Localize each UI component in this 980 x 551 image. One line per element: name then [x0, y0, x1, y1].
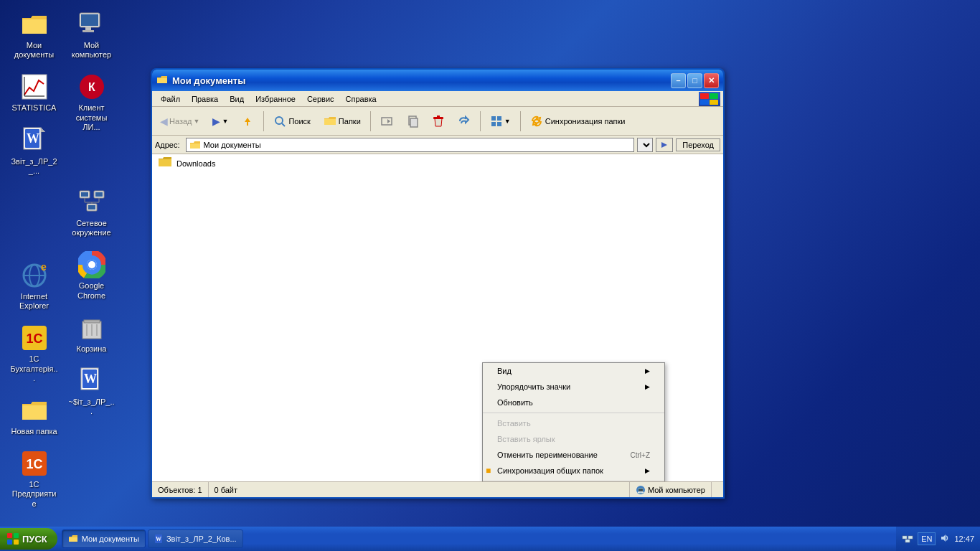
desktop-icon-korzina[interactable]: Корзина	[65, 311, 118, 357]
folders-button[interactable]: Папки	[319, 112, 366, 131]
desktop-icon-1c-pred[interactable]: 1С 1СПредприятие	[7, 446, 61, 512]
ctx-view-label: Вид	[497, 367, 512, 375]
desktop-icon-google-chrome[interactable]: Google Chrome	[65, 248, 118, 303]
desktop-icon-zvit[interactable]: W Звіт_з_ЛР_2_...	[7, 123, 61, 179]
start-button[interactable]: ПУСК	[0, 528, 57, 550]
window-titlebar: Мои документы – □ ✕	[152, 70, 723, 91]
ctx-view[interactable]: Вид ▶	[483, 363, 664, 379]
search-button[interactable]: Поиск	[268, 112, 315, 131]
taskbar-item-my-docs[interactable]: Мои документы	[62, 529, 146, 548]
close-button[interactable]: ✕	[704, 73, 719, 88]
desktop-icons-col2: Мойкомпьютер К Клиентсистемы ЛИ...	[65, 7, 118, 419]
file-content-area[interactable]: Downloads Вид ▶ Упорядочить значки ▶ Обн…	[152, 154, 723, 481]
ie-label: InternetExplorer	[19, 292, 49, 311]
svg-rect-9	[81, 14, 98, 26]
svg-rect-17	[95, 192, 103, 197]
svg-rect-15	[81, 192, 88, 197]
desktop-icon-new-folder[interactable]: Новая папка	[7, 393, 61, 439]
desktop: Моидокументы STATISTICA	[0, 0, 980, 551]
svg-text:W: W	[84, 372, 97, 386]
copy-button[interactable]	[401, 113, 424, 130]
menu-help[interactable]: Справка	[340, 93, 382, 105]
my-documents-icon	[20, 10, 49, 39]
go-button[interactable]: Переход	[676, 138, 720, 151]
google-chrome-icon	[77, 250, 106, 279]
ctx-arrange[interactable]: Упорядочить значки ▶	[483, 379, 664, 395]
menu-view[interactable]: Вид	[224, 93, 250, 105]
address-input[interactable]: Мои документы	[186, 138, 635, 152]
new-folder-icon	[20, 396, 49, 425]
svg-marker-5	[41, 128, 45, 132]
sync-button[interactable]: Синхронизация папки	[525, 112, 631, 131]
my-documents-label: Моидокументы	[14, 41, 55, 60]
status-computer: 💻 Мой компьютер	[630, 482, 712, 497]
new-folder-label: Новая папка	[11, 427, 57, 436]
desktop-icons: Моидокументы STATISTICA	[7, 7, 61, 179]
downloads-folder-icon	[158, 156, 172, 171]
menu-favorites[interactable]: Избранное	[250, 93, 301, 105]
delete-button[interactable]	[427, 113, 450, 130]
svg-text:1С: 1С	[26, 331, 42, 346]
undo-button[interactable]	[453, 113, 476, 130]
desktop-icon-zvit2[interactable]: W ~$іт_з_ЛР_...	[65, 364, 118, 419]
korzina-icon	[77, 314, 106, 342]
menu-service[interactable]: Сервис	[301, 93, 340, 105]
tray-clock[interactable]: 12:47	[954, 534, 974, 543]
svg-rect-11	[83, 30, 94, 32]
up-button[interactable]	[236, 113, 259, 130]
ctx-arrange-label: Упорядочить значки	[497, 382, 570, 391]
views-button[interactable]: ▼	[485, 113, 516, 130]
desktop-icon-klient[interactable]: К Клиентсистемы ЛИ...	[65, 70, 118, 135]
window-statusbar: Объектов: 1 0 байт 💻 Мой компьютер	[152, 481, 723, 497]
taskbar: ПУСК Мои документы W Звіт_з_ЛР_2_Ков...	[0, 527, 980, 551]
ctx-arrange-arrow: ▶	[645, 383, 650, 390]
maximize-button[interactable]: □	[687, 73, 702, 88]
window-title-icon	[156, 75, 168, 86]
back-button[interactable]: ◀ Назад ▼	[155, 113, 204, 129]
objects-count: Объектов: 1	[158, 486, 202, 494]
network-label: Сетевоеокружение	[72, 219, 110, 237]
tray-lang[interactable]: EN	[918, 532, 936, 545]
ctx-undo-rename[interactable]: Отменить переименование Ctrl+Z	[483, 447, 664, 463]
svg-text:W: W	[27, 131, 39, 146]
move-button[interactable]	[375, 113, 398, 130]
ctx-paste-shortcut-label: Вставить ярлык	[497, 435, 555, 443]
go-arrow[interactable]	[656, 138, 673, 152]
forward-button[interactable]: ▶ ▼	[207, 113, 233, 129]
ctx-undo-rename-shortcut: Ctrl+Z	[631, 451, 651, 459]
svg-rect-19	[88, 205, 95, 209]
taskbar-tray: EN 12:47	[896, 527, 980, 551]
toolbar-sep4	[520, 111, 521, 131]
address-dropdown[interactable]	[637, 138, 653, 152]
svg-text:К: К	[88, 81, 95, 93]
desktop-icon-1c-buh[interactable]: 1С 1СБухгалтерія...	[7, 321, 61, 386]
desktop-icon-ie[interactable]: e InternetExplorer	[7, 258, 61, 314]
desktop-icon-my-computer[interactable]: Мойкомпьютер	[65, 7, 118, 62]
taskbar-items: Мои документы W Звіт_з_ЛР_2_Ков...	[62, 529, 896, 548]
svg-rect-46	[700, 100, 709, 105]
menu-edit[interactable]: Правка	[186, 93, 224, 105]
svg-rect-44	[700, 93, 709, 99]
svg-rect-70	[908, 536, 913, 539]
desktop-icon-my-documents[interactable]: Моидокументы	[7, 7, 61, 62]
computer-label: Мой компьютер	[648, 486, 705, 494]
menu-file[interactable]: Файл	[155, 93, 186, 105]
window-menubar: Файл Правка Вид Избранное Сервис Справка	[152, 91, 723, 107]
svg-rect-59	[497, 122, 501, 126]
1c-buh-icon: 1С	[20, 324, 49, 352]
tray-sound-icon[interactable]	[940, 533, 950, 545]
start-button-label: ПУСК	[22, 534, 47, 545]
network-icon	[77, 188, 106, 217]
ctx-sync-folders[interactable]: ■ Синхронизация общих папок ▶	[483, 463, 664, 479]
ctx-view-arrow: ▶	[645, 367, 650, 375]
ctx-refresh[interactable]: Обновить	[483, 395, 664, 410]
desktop-icon-statistica[interactable]: STATISTICA	[7, 70, 61, 116]
svg-rect-58	[491, 122, 496, 126]
minimize-button[interactable]: –	[671, 73, 686, 88]
desktop-icon-network[interactable]: Сетевоеокружение	[65, 185, 118, 240]
file-item-downloads[interactable]: Downloads	[152, 154, 723, 173]
zvit-icon: W	[20, 126, 49, 155]
svg-point-27	[88, 261, 95, 268]
taskbar-item-zvit[interactable]: W Звіт_з_ЛР_2_Ков...	[148, 529, 243, 548]
address-label: Адрес:	[155, 141, 180, 149]
